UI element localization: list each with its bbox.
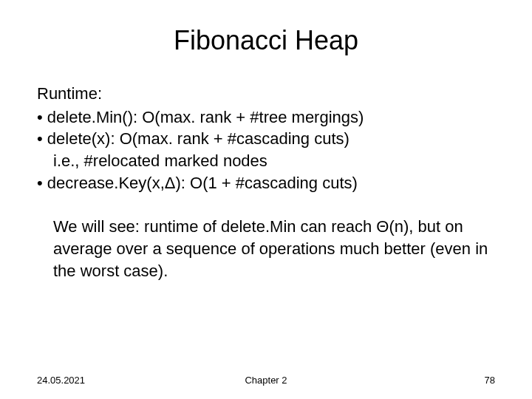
bullet-decrease-key: decrease.Key(x,Δ): O(1 + #cascading cuts… bbox=[37, 172, 495, 194]
footer-page-number: 78 bbox=[485, 375, 495, 386]
footer-date: 24.05.2021 bbox=[37, 375, 85, 386]
slide-footer: 24.05.2021 Chapter 2 78 bbox=[0, 375, 532, 386]
runtime-bullets: delete.Min(): O(max. rank + #tree mergin… bbox=[37, 106, 495, 194]
runtime-heading: Runtime: bbox=[37, 83, 495, 105]
bullet-delete-x: delete(x): O(max. rank + #cascading cuts… bbox=[37, 128, 495, 150]
bullet-delete-min: delete.Min(): O(max. rank + #tree mergin… bbox=[37, 106, 495, 129]
footer-chapter: Chapter 2 bbox=[245, 375, 287, 386]
slide: Fibonacci Heap Runtime: delete.Min(): O(… bbox=[0, 0, 532, 399]
slide-content: Runtime: delete.Min(): O(max. rank + #tr… bbox=[37, 83, 495, 282]
bullet-delete-x-cont: i.e., #relocated marked nodes bbox=[37, 150, 495, 172]
slide-title: Fibonacci Heap bbox=[37, 25, 495, 56]
summary-paragraph: We will see: runtime of delete.Min can r… bbox=[37, 216, 495, 282]
